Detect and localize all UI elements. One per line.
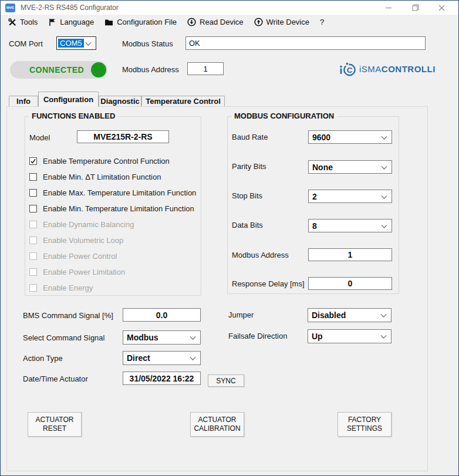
menu-language[interactable]: Language [43, 15, 99, 29]
modbus-configuration-title: MODBUS CONFIGURATION [231, 112, 337, 120]
select-command-signal-select[interactable]: Modbus [123, 330, 201, 345]
flag-icon [48, 18, 56, 26]
download-circle-icon [187, 18, 196, 26]
modbus-configuration-group: MODBUS CONFIGURATION Baud Rate 9600 Pari… [227, 116, 399, 294]
modbus-address-label: Modbus Address [122, 65, 179, 74]
restore-icon [412, 4, 419, 11]
actuator-calibration-line1: ACTUATOR [198, 416, 237, 424]
checkbox-box [29, 205, 37, 212]
tab-configuration[interactable]: Configuration [38, 92, 99, 107]
app-icon: MVE [5, 4, 15, 12]
functions-enabled-group: FUNCTIONS ENABLED Model MVE215R-2-RS Ena… [25, 116, 201, 296]
checkbox-energy: Enable Energy [29, 284, 93, 292]
actuator-reset-button[interactable]: ACTUATOR RESET [28, 412, 82, 437]
checkbox-label: Enable Power Control [43, 252, 117, 261]
modbus-status-field[interactable]: OK [185, 36, 426, 50]
configuration-tab-page: FUNCTIONS ENABLED Model MVE215R-2-RS Ena… [6, 106, 428, 471]
checkbox-temperature-control[interactable]: Enable Temperature Control Function [29, 157, 170, 166]
menu-configuration-file[interactable]: Configuration File [99, 15, 182, 29]
checkbox-power-control: Enable Power Control [29, 252, 117, 261]
parity-bits-select[interactable]: None [308, 160, 392, 174]
com-port-select[interactable]: COM5 [56, 36, 96, 50]
close-button[interactable] [428, 1, 455, 15]
tab-info[interactable]: Info [9, 96, 38, 106]
factory-settings-button[interactable]: FACTORY SETTINGS [338, 412, 392, 437]
menu-bar: Tools Language Configuration File Read D… [1, 15, 458, 29]
minimize-icon [386, 5, 392, 11]
com-port-value: COM5 [58, 39, 84, 48]
baud-rate-value: 9600 [312, 133, 330, 142]
chevron-down-icon [382, 193, 387, 198]
actuator-reset-line1: ACTUATOR [36, 416, 74, 424]
logo-text-controlli: CONTROLLI [382, 64, 436, 74]
checkbox-label: Enable Volumetric Loop [43, 237, 123, 245]
model-label: Model [29, 133, 50, 142]
modbus-address-field[interactable]: 1 [187, 62, 224, 75]
checkbox-dynamic-balancing: Enable Dynamic Balancing [29, 221, 134, 229]
checkbox-box [29, 173, 37, 181]
failsafe-direction-label: Failsafe Direction [228, 332, 287, 340]
sync-button[interactable]: SYNC [208, 374, 244, 387]
menu-help-label: ? [320, 18, 324, 26]
checkbox-label: Enable Power Limitation [43, 268, 125, 276]
action-type-label: Action Type [23, 354, 63, 363]
datetime-actuator-label: Date/Time Actuator [23, 374, 88, 383]
data-bits-select[interactable]: 8 [308, 219, 392, 232]
window-title: MVE-2-RS RS485 Configurator [21, 4, 119, 12]
isma-controlli-logo: C iSMACONTROLLI [339, 61, 436, 77]
chevron-down-icon [382, 222, 387, 228]
menu-tools-label: Tools [20, 18, 38, 26]
checkbox-box [29, 189, 37, 197]
failsafe-direction-select[interactable]: Up [308, 329, 392, 343]
checkbox-power-limitation: Enable Power Limitation [29, 268, 125, 276]
jumper-label: Jumper [228, 310, 254, 319]
title-bar: MVE MVE-2-RS RS485 Configurator [1, 1, 458, 15]
modbus-status-label: Modbus Status [122, 39, 173, 48]
tab-temperature-control[interactable]: Temperature Control [141, 96, 225, 106]
modbus-address-config-field[interactable]: 1 [308, 248, 392, 261]
checkbox-min-temperature-limitation[interactable]: Enable Min. Temperature Limitation Funct… [29, 205, 194, 213]
action-type-value: Direct [127, 353, 150, 363]
baud-rate-select[interactable]: 9600 [308, 130, 392, 144]
model-field: MVE215R-2-RS [77, 130, 169, 143]
checkbox-label: Enable Temperature Control Function [43, 157, 170, 166]
com-port-label: COM Port [9, 39, 43, 48]
menu-write-device-label: Write Device [266, 18, 309, 26]
chevron-down-icon [190, 334, 196, 340]
stop-bits-select[interactable]: 2 [308, 190, 392, 203]
datetime-actuator-field[interactable]: 31/05/2022 16:22 [123, 372, 201, 385]
modbus-address-config-label: Modbus Address [232, 251, 289, 259]
checkbox-max-temperature-limitation[interactable]: Enable Max. Temperature Limitation Funct… [29, 189, 196, 197]
parity-bits-value: None [312, 163, 333, 172]
checkbox-label: Enable Dynamic Balancing [43, 221, 134, 229]
checkbox-label: Enable Min. Temperature Limitation Funct… [43, 205, 194, 213]
restore-button[interactable] [402, 1, 428, 15]
menu-write-device[interactable]: Write Device [249, 15, 315, 29]
bms-command-signal-field[interactable]: 0.0 [123, 308, 201, 322]
select-command-signal-label: Select Command Signal [23, 333, 104, 342]
checkbox-label: Enable Energy [43, 284, 93, 292]
menu-tools[interactable]: Tools [3, 15, 43, 29]
actuator-calibration-button[interactable]: ACTUATOR CALIBRATION [190, 412, 244, 437]
checkbox-min-dt-limitation[interactable]: Enable Min. ΔT Limitation Function [29, 173, 161, 181]
minimize-button[interactable] [376, 1, 402, 15]
data-bits-value: 8 [312, 221, 317, 231]
checkbox-label: Enable Max. Temperature Limitation Funct… [43, 189, 196, 197]
chevron-down-icon [382, 133, 387, 139]
select-command-signal-value: Modbus [127, 333, 158, 342]
check-icon [30, 158, 36, 164]
menu-read-device[interactable]: Read Device [182, 15, 248, 29]
upload-circle-icon [254, 18, 263, 26]
action-type-select[interactable]: Direct [123, 351, 201, 365]
menu-language-label: Language [60, 18, 94, 26]
connection-status-indicator: CONNECTED [10, 61, 107, 79]
jumper-select[interactable]: Disabled [308, 308, 392, 322]
stop-bits-label: Stop Bits [232, 191, 262, 200]
connection-status-text: CONNECTED [29, 65, 84, 75]
bms-command-signal-label: BMS Command Signal [%] [23, 311, 113, 320]
chevron-down-icon [382, 163, 387, 169]
response-delay-field[interactable]: 0 [308, 277, 392, 290]
menu-help[interactable]: ? [315, 15, 329, 29]
tab-diagnostic[interactable]: Diagnostic [99, 96, 141, 106]
checkbox-label: Enable Min. ΔT Limitation Function [43, 173, 161, 181]
